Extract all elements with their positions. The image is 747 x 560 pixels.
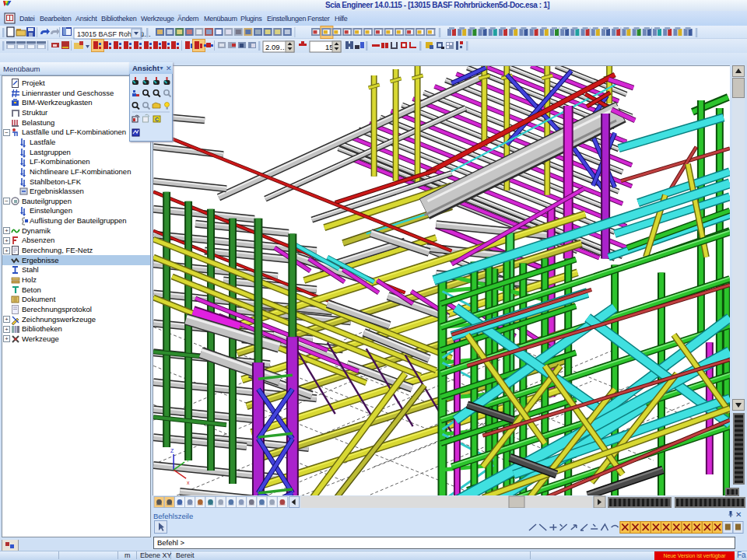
svg-text:x: x (187, 480, 190, 485)
svg-text:Z: Z (170, 448, 174, 453)
svg-text:Y: Y (186, 457, 190, 463)
svg-text:C: C (155, 117, 159, 122)
svg-text:2.09…: 2.09… (265, 43, 287, 51)
